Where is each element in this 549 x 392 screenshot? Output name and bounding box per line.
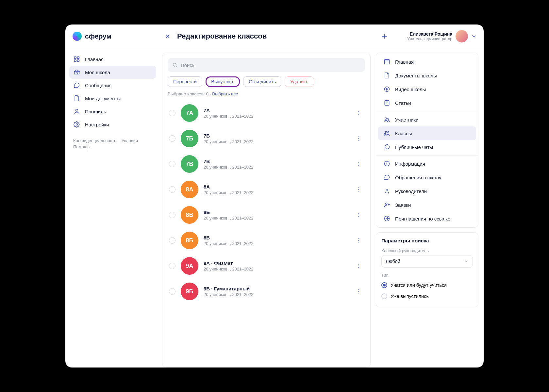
svg-point-19 <box>358 213 359 214</box>
type-field-label: Тип <box>381 273 473 278</box>
user-menu[interactable]: Елизавета Рощина Учитель, администратор <box>408 30 476 42</box>
brand-logo-icon <box>73 32 82 41</box>
sidebar: ГлавнаяМоя школаСообщенияМои документыПр… <box>65 48 160 368</box>
delete-button[interactable]: Удалить <box>285 76 314 87</box>
context-nav-item[interactable]: Обращения в школу <box>378 171 476 184</box>
class-badge: 8Б <box>181 232 198 249</box>
svg-point-41 <box>386 203 387 204</box>
context-nav-item[interactable]: Заявки <box>378 198 476 212</box>
transfer-button[interactable]: Перевести <box>168 76 202 87</box>
class-checkbox[interactable] <box>169 161 175 167</box>
svg-point-21 <box>358 216 359 217</box>
footer-link-0[interactable]: Конфиденциальность <box>73 138 116 143</box>
document-icon <box>73 95 80 102</box>
context-nav-item[interactable]: Главная <box>378 55 476 69</box>
class-title: 8А <box>204 184 349 189</box>
teacher-field-label: Классный руководитель <box>381 248 473 253</box>
sidebar-item-label: Мои документы <box>85 96 121 101</box>
svg-point-4 <box>76 109 78 111</box>
context-nav-item[interactable]: Информация <box>378 157 476 171</box>
sidebar-footer: КонфиденциальностьУсловияПомощь <box>69 138 156 149</box>
class-title: 8Б <box>204 209 349 215</box>
class-checkbox[interactable] <box>169 135 175 142</box>
context-nav-label: Видео школы <box>395 87 426 92</box>
graduate-button[interactable]: Выпустить <box>206 76 240 87</box>
footer-link-1[interactable]: Условия <box>122 138 138 143</box>
context-nav-label: Публичные чаты <box>395 144 433 150</box>
context-nav-item[interactable]: Участники <box>378 113 476 126</box>
add-icon[interactable] <box>381 33 388 40</box>
sidebar-item-3[interactable]: Мои документы <box>69 92 156 105</box>
type-radio-0[interactable]: Учатся или будут учиться <box>381 280 473 291</box>
class-badge: 7В <box>181 155 198 173</box>
radio-label: Учатся или будут учиться <box>391 283 447 288</box>
sidebar-item-4[interactable]: Профиль <box>69 105 156 118</box>
more-icon[interactable] <box>354 261 364 271</box>
context-nav-item[interactable]: Классы <box>378 126 476 140</box>
context-nav-item[interactable]: Приглашения по ссылке <box>378 212 476 225</box>
more-icon[interactable] <box>354 236 364 245</box>
select-all-link[interactable]: Выбрать все <box>212 91 238 96</box>
gear-icon <box>73 121 80 128</box>
teacher-select[interactable]: Любой <box>381 255 473 268</box>
svg-point-27 <box>358 267 359 268</box>
class-badge: 9А <box>181 257 198 275</box>
search-params-panel: Параметры поиска Классный руководитель Л… <box>376 232 478 307</box>
context-nav-label: Документы школы <box>395 73 437 78</box>
play-icon <box>383 86 391 93</box>
context-nav-item[interactable]: Публичные чаты <box>378 140 476 154</box>
svg-point-25 <box>358 264 359 265</box>
search-input[interactable]: Поиск <box>168 58 365 72</box>
svg-point-13 <box>358 162 359 163</box>
context-nav: ГлавнаяДокументы школыВидео школыСтатьиУ… <box>376 53 478 228</box>
context-nav-label: Обращения в школу <box>395 175 441 180</box>
more-icon[interactable] <box>354 134 364 143</box>
page-title: Редактирование классов <box>177 32 267 41</box>
svg-point-40 <box>386 189 388 191</box>
article-icon <box>383 99 391 106</box>
context-nav-label: Классы <box>395 131 412 136</box>
type-radio-1[interactable]: Уже выпустились <box>381 291 473 302</box>
merge-button[interactable]: Объединить <box>243 76 281 87</box>
close-icon[interactable] <box>164 33 171 40</box>
svg-point-20 <box>358 215 359 216</box>
sidebar-item-0[interactable]: Главная <box>69 53 156 66</box>
class-checkbox[interactable] <box>169 186 175 193</box>
svg-rect-1 <box>77 57 79 59</box>
sidebar-item-1[interactable]: Моя школа <box>69 66 156 79</box>
svg-point-35 <box>388 118 389 119</box>
svg-point-9 <box>358 114 359 115</box>
svg-point-28 <box>358 289 359 290</box>
more-icon[interactable] <box>354 159 364 169</box>
svg-rect-0 <box>75 57 76 59</box>
sidebar-item-2[interactable]: Сообщения <box>69 79 156 92</box>
context-nav-item[interactable]: Руководители <box>378 184 476 198</box>
more-icon[interactable] <box>354 108 364 118</box>
chevron-down-icon <box>464 259 469 264</box>
main-panel: Поиск Перевести Выпустить Объединить Уда… <box>162 53 371 368</box>
document-icon <box>383 72 391 79</box>
class-title: 7А <box>204 107 349 113</box>
class-checkbox[interactable] <box>169 237 175 244</box>
svg-point-22 <box>358 238 359 239</box>
footer-link-2[interactable]: Помощь <box>73 144 90 149</box>
more-icon[interactable] <box>354 210 364 220</box>
context-nav-item[interactable]: Статьи <box>378 96 476 110</box>
class-row: 8А 8А 20 учеников, , 2021–2022 <box>168 177 365 202</box>
svg-point-12 <box>358 140 359 141</box>
svg-point-8 <box>358 113 359 114</box>
class-checkbox[interactable] <box>169 263 175 269</box>
class-checkbox[interactable] <box>169 212 175 218</box>
class-title: 8В <box>204 235 349 240</box>
context-nav-item[interactable]: Видео школы <box>378 82 476 96</box>
class-badge: 9Б <box>181 283 198 300</box>
brand: сферум <box>73 32 164 41</box>
context-nav-item[interactable]: Документы школы <box>378 69 476 82</box>
more-icon[interactable] <box>354 185 364 194</box>
class-checkbox[interactable] <box>169 110 175 116</box>
group-icon <box>383 130 391 137</box>
more-icon[interactable] <box>354 286 364 296</box>
class-checkbox[interactable] <box>169 288 175 295</box>
user-name: Елизавета Рощина <box>408 31 452 37</box>
sidebar-item-5[interactable]: Настройки <box>69 118 156 131</box>
